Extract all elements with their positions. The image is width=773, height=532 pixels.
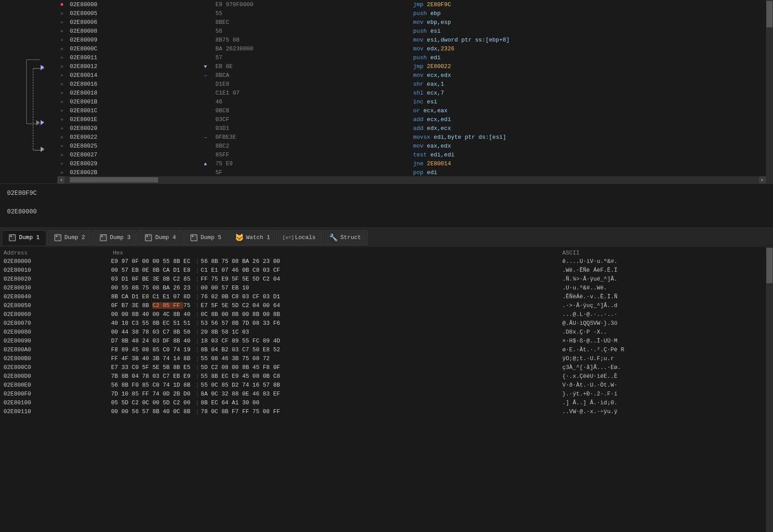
arrow-gutter	[0, 0, 57, 183]
disasm-addr: 02E80029	[66, 160, 203, 168]
hex-byte: 8B	[142, 302, 152, 309]
dump-row[interactable]: 02E800B0FF 4F 3B 40 3B 74 14 8B |55 08 4…	[0, 354, 766, 363]
dump-row-hex: 40 18 C3 55 8B EC 51 51 |53 56 57 8B 7D …	[110, 319, 559, 328]
disasm-instruction: push edi	[409, 53, 766, 62]
disasm-row[interactable]: ●02E800098B75 08mov esi,dword ptr ss:[eb…	[57, 36, 766, 45]
dump-row[interactable]: 02E800C0E7 33 C0 5F 5E 5B 8B E5 |5D C2 0…	[0, 363, 766, 372]
disasm-row[interactable]: ●02E80000E9 970F0000jmp 2E80F9C	[57, 0, 766, 9]
tab-dump5[interactable]: Dump 5	[183, 230, 228, 245]
dump-row-addr: 02E80060	[0, 310, 110, 319]
disasm-row[interactable]: ●02E80029▲75 E9jne 2E80014	[57, 160, 766, 168]
dump-row[interactable]: 02E8007040 18 C3 55 8B EC 51 51 |53 56 5…	[0, 319, 766, 328]
dump-row[interactable]: 02E8010005 5D C2 0C 00 5D C2 00 |8B EC 6…	[0, 399, 766, 407]
tab-watch1[interactable]: 🐱Watch 1	[229, 230, 277, 245]
hex-byte: 8B	[232, 320, 242, 327]
tab-struct[interactable]: 🔧Struct	[323, 230, 368, 245]
tab-dump2[interactable]: Dump 2	[47, 230, 92, 245]
hex-byte: 8B	[183, 408, 193, 415]
dump-row[interactable]: 02E80090D7 8B 48 24 03 DF 8B 40 |18 03 C…	[0, 337, 766, 346]
disasm-row[interactable]: ●02E800258BC2mov eax,edx	[57, 142, 766, 151]
disasm-row[interactable]: ●02E8000856push esi	[57, 27, 766, 36]
hex-byte: CA	[163, 267, 173, 274]
hex-byte: 38	[132, 329, 142, 335]
dump-row-addr: 02E80090	[0, 337, 110, 346]
hex-byte: 8B	[111, 293, 121, 300]
tab-dump1[interactable]: Dump 1	[2, 230, 46, 245]
disasm-row[interactable]: ●02E80014→8BCAmov ecx,edx	[57, 71, 766, 80]
dump-row[interactable]: 02E80000E9 97 0F 00 00 55 8B EC |56 8B 7…	[0, 257, 766, 266]
disasm-row[interactable]: ●02E8002003D1add edx,ecx	[57, 124, 766, 133]
disasm-row[interactable]: ●02E8001C0BC8or ecx,eax	[57, 106, 766, 115]
hex-byte: 00	[152, 258, 163, 265]
dump-row[interactable]: 02E800500F B7 3E 8B C2 85 FF 75 |E7 5F 5…	[0, 301, 766, 310]
hex-byte-highlighted: 85	[163, 302, 173, 309]
dump-row[interactable]: 02E800408B CA D1 E8 C1 E1 07 8D |76 02 0…	[0, 293, 766, 301]
dump-row[interactable]: 02E8003000 55 8B 75 08 BA 26 23 |00 00 5…	[0, 284, 766, 293]
tab-dump3[interactable]: Dump 3	[93, 230, 137, 245]
disasm-row[interactable]: ●02E8001E03CFadd ecx,edi	[57, 115, 766, 124]
hex-byte: 30	[242, 399, 252, 406]
jump-arrow	[203, 124, 212, 133]
disasm-instruction: movsx edi,byte ptr ds:[esi]	[409, 133, 766, 142]
tab-locals[interactable]: [x=]Locals	[278, 230, 322, 245]
disasm-hscroll-thumb[interactable]	[70, 177, 158, 182]
dump-row[interactable]: 02E800D07B 8B 04 78 03 C7 EB E9 |55 8B E…	[0, 372, 766, 381]
disasm-hscroll[interactable]: ◂ ▸	[57, 176, 766, 183]
hex-byte: 64	[273, 302, 280, 309]
disasm-row[interactable]: ●02E80012▼EB 0Ejmp 2E80022	[57, 62, 766, 71]
hex-byte: 8B	[132, 285, 142, 291]
hex-byte: C1	[201, 267, 211, 274]
disasm-hscroll-left-btn[interactable]: ◂	[57, 176, 64, 183]
disasm-row[interactable]: ●02E80016D1E8shr eax,1	[57, 80, 766, 89]
disasm-vscroll[interactable]	[766, 0, 773, 183]
disasm-hscroll-track[interactable]	[65, 177, 758, 182]
dump-row[interactable]: 02E8006000 00 8B 40 00 4C 8B 40 |0C 8B 0…	[0, 310, 766, 319]
tab-label-struct: Struct	[340, 234, 361, 241]
hex-byte: 74	[152, 391, 163, 397]
hex-byte: 40	[142, 355, 152, 362]
disasm-hscroll-right-btn[interactable]: ▸	[759, 176, 766, 183]
hex-byte: 00	[211, 285, 221, 291]
hex-byte: 00	[111, 267, 121, 274]
dump-row[interactable]: 02E8008000 44 38 78 03 C7 8B 50 |20 8B 5…	[0, 328, 766, 337]
hex-byte: 08	[253, 355, 263, 362]
hex-byte: E8	[142, 293, 152, 300]
disasm-row[interactable]: ●02E8002B5Fpop edi	[57, 168, 766, 177]
disasm-row[interactable]: ●02E80018C1E1 07shl ecx,7	[57, 89, 766, 98]
hex-byte: 44	[121, 329, 132, 335]
disasm-row[interactable]: ●02E8002785FFtest edi,edi	[57, 151, 766, 160]
disasm-bytes: 5F	[212, 168, 409, 177]
hex-byte: C0	[163, 346, 173, 353]
disasm-row[interactable]: ●02E800068BECmov ebp,esp	[57, 18, 766, 27]
dump-row-addr: 02E800C0	[0, 363, 110, 372]
tab-label-dump4: Dump 4	[155, 234, 176, 241]
dump-row[interactable]: 02E800F07D 10 85 FF 74 0D 2B D0 |8A 0C 3…	[0, 390, 766, 399]
disasm-row[interactable]: ●02E8000555push ebp	[57, 9, 766, 18]
hex-byte: 05	[111, 399, 121, 406]
hex-byte: 57	[263, 382, 273, 388]
dump-row[interactable]: 02E8001000 57 EB 0E 8B CA D1 E8 |C1 E1 0…	[0, 266, 766, 275]
dump-row[interactable]: 02E800E056 8B F0 85 C0 74 1D 8B |55 0C 8…	[0, 381, 766, 390]
dump-row-addr: 02E800B0	[0, 354, 110, 363]
disasm-row[interactable]: ●02E8000CBA 26230000mov edx,2326	[57, 45, 766, 53]
hex-byte: 85	[132, 391, 142, 397]
dump-vscroll-thumb[interactable]	[766, 248, 773, 283]
dump-vscroll[interactable]	[766, 247, 773, 532]
dump-row[interactable]: 02E8011000 00 56 57 8B 40 0C 8B |78 0C 8…	[0, 407, 766, 416]
dump-row-hex: 0F B7 3E 8B C2 85 FF 75 |E7 5F 5E 5D C2 …	[110, 301, 559, 310]
tab-icon-watch: 🐱	[235, 234, 243, 242]
disasm-row[interactable]: ●02E8001B46inc esi	[57, 98, 766, 106]
hex-byte: 75	[211, 276, 221, 282]
tab-dump4[interactable]: Dump 4	[138, 230, 182, 245]
disasm-row[interactable]: ●02E80022→0FBE3Emovsx edi,byte ptr ds:[e…	[57, 133, 766, 142]
hex-byte: 0F	[111, 302, 121, 309]
hex-byte: 40	[111, 320, 121, 327]
disasm-vscroll-thumb[interactable]	[766, 1, 773, 27]
disasm-row[interactable]: ●02E8001157push edi	[57, 53, 766, 62]
dump-row[interactable]: 02E800A0F8 89 45 08 85 C0 74 19 |8B 04 B…	[0, 346, 766, 354]
dump-row[interactable]: 02E8002003 D1 0F BE 3E 8B C2 85 |FF 75 E…	[0, 275, 766, 284]
hex-byte: 8B	[211, 258, 221, 265]
hex-byte: 5D	[163, 399, 173, 406]
disasm-bytes: 85FF	[212, 151, 409, 160]
hex-byte: EB	[232, 285, 242, 291]
